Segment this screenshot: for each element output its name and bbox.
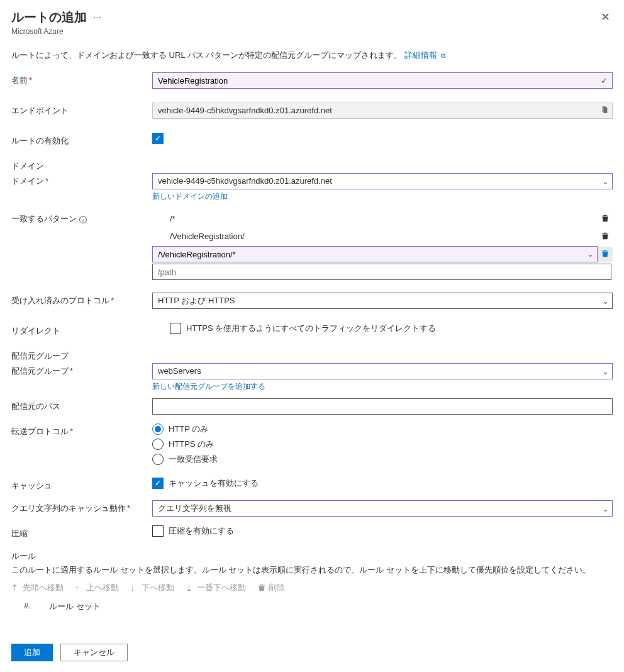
endpoint-value: vehicle-9449-c5hkdvgsarfndkd0.z01.azuref…: [152, 103, 613, 119]
external-link-icon: ⧉: [441, 52, 445, 59]
forward-protocol-http[interactable]: HTTP のみ: [152, 423, 613, 435]
endpoint-label: エンドポイント: [11, 106, 69, 115]
forward-protocol-match[interactable]: 一致受信要求: [152, 454, 613, 465]
add-domain-link[interactable]: 新しいドメインの追加: [152, 191, 228, 202]
query-string-label: クエリ文字列のキャッシュ動作: [11, 503, 126, 513]
rules-section-label: ルール: [11, 551, 613, 562]
domain-select[interactable]: vehicle-9449-c5hkdvgsarfndkd0.z01.azuref…: [152, 173, 613, 189]
chevron-down-icon: ⌄: [602, 367, 609, 376]
chevron-down-icon: ⌄: [602, 296, 609, 306]
compression-label: 圧縮: [11, 529, 28, 538]
rules-description: このルートに適用するルール セットを選択します。ルール セットは表示順に実行され…: [11, 564, 613, 576]
pattern-item[interactable]: /*: [152, 211, 598, 227]
patterns-label: 一致するパターン: [11, 214, 77, 223]
enable-route-checkbox[interactable]: [152, 133, 169, 144]
origin-path-label: 配信元のパス: [11, 401, 60, 411]
move-top-button[interactable]: ⤒先頭へ移動: [11, 582, 64, 593]
origin-group-section-label: 配信元グループ: [11, 350, 613, 362]
query-string-select[interactable]: クエリ文字列を無視: [152, 500, 613, 517]
learn-more-link[interactable]: 詳細情報 ⧉: [404, 50, 445, 60]
cache-label: キャッシュ: [11, 481, 52, 490]
redirect-label: リダイレクト: [11, 326, 60, 335]
redirect-checkbox[interactable]: HTTPS を使用するようにすべてのトラフィックをリダイレクトする: [170, 323, 436, 334]
col-ruleset: ルール セット: [49, 601, 101, 612]
forward-protocol-label: 転送プロトコル: [11, 427, 69, 436]
compression-checkbox[interactable]: 圧縮を有効にする: [152, 525, 234, 537]
cancel-button[interactable]: キャンセル: [60, 644, 128, 661]
origin-group-select[interactable]: webServers: [152, 363, 613, 379]
copy-icon[interactable]: [600, 106, 609, 116]
page-title: ルートの追加: [11, 9, 87, 26]
info-icon[interactable]: i: [79, 216, 87, 223]
chevron-down-icon: ⌄: [587, 249, 594, 260]
close-icon[interactable]: ✕: [598, 9, 613, 25]
delete-pattern-icon[interactable]: [598, 211, 613, 227]
accepted-protocols-select[interactable]: HTTP および HTTPS: [152, 293, 613, 309]
pattern-item[interactable]: /VehicleRegistration/: [152, 228, 598, 245]
domain-section-label: ドメイン: [11, 160, 613, 172]
valid-check-icon: ✓: [601, 76, 608, 86]
add-button[interactable]: 追加: [11, 644, 53, 661]
move-up-button[interactable]: ↑上へ移動: [75, 582, 119, 593]
delete-pattern-icon[interactable]: [598, 229, 613, 245]
delete-pattern-icon[interactable]: [598, 247, 613, 262]
name-input[interactable]: [152, 72, 613, 89]
toolbar-delete-button[interactable]: 削除: [257, 582, 285, 593]
more-button[interactable]: ⋯: [93, 13, 102, 22]
cache-checkbox[interactable]: キャッシュを有効にする: [152, 478, 259, 489]
move-down-button[interactable]: ↓下へ移動: [130, 582, 174, 593]
intro-text: ルートによって、ドメインおよび一致する URL パス パターンが特定の配信元グル…: [11, 50, 402, 60]
domain-label: ドメイン: [11, 176, 44, 186]
enable-route-label: ルートの有効化: [11, 136, 69, 145]
add-origin-group-link[interactable]: 新しい配信元グループを追加する: [152, 381, 265, 392]
forward-protocol-https[interactable]: HTTPS のみ: [152, 439, 613, 450]
accepted-protocols-label: 受け入れ済みのプロトコル: [11, 296, 109, 305]
move-bottom-button[interactable]: ⤓一番下へ移動: [186, 582, 246, 593]
name-label: 名前: [11, 76, 28, 85]
origin-path-input[interactable]: [152, 398, 613, 415]
pattern-editing-input[interactable]: [152, 246, 598, 262]
chevron-down-icon: ⌄: [602, 177, 609, 186]
col-num: #.: [24, 601, 49, 612]
origin-group-label: 配信元グループ: [11, 366, 69, 376]
chevron-down-icon: ⌄: [602, 504, 609, 513]
pattern-new-input[interactable]: [152, 264, 611, 280]
page-subtitle: Microsoft Azure: [11, 27, 102, 36]
